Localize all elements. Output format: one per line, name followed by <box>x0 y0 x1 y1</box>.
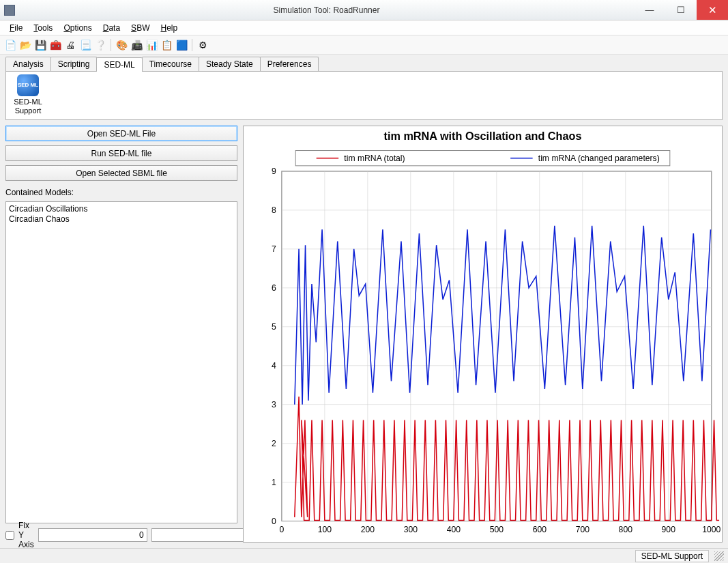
tab-steady-state[interactable]: Steady State <box>199 57 261 71</box>
list-item[interactable]: Circadian Chaos <box>9 214 234 225</box>
menu-file[interactable]: File <box>4 22 28 34</box>
y-tick-label: 6 <box>272 283 276 293</box>
open-sbml-button[interactable]: Open Selected SBML file <box>5 165 237 181</box>
menu-sbw[interactable]: SBW <box>126 22 155 34</box>
models-listbox[interactable]: Circadian OscillationsCircadian Chaos <box>5 201 237 523</box>
x-tick-label: 200 <box>361 525 375 534</box>
y-tick-label: 1 <box>272 478 276 487</box>
doc-icon[interactable]: 📋 <box>160 39 173 51</box>
palette-icon[interactable]: 🎨 <box>115 39 128 51</box>
y-tick-label: 2 <box>272 439 276 448</box>
x-tick-label: 1000 <box>702 525 720 534</box>
run-sedml-button[interactable]: Run SED-ML file <box>5 145 237 161</box>
menu-tools[interactable]: Tools <box>28 22 58 34</box>
open-icon[interactable]: 📂 <box>19 39 31 51</box>
x-tick-label: 600 <box>533 525 547 534</box>
x-tick-label: 800 <box>619 525 633 534</box>
y-tick-label: 7 <box>272 244 276 254</box>
tab-preferences[interactable]: Preferences <box>260 57 319 71</box>
menu-data[interactable]: Data <box>98 22 126 34</box>
ribbon-sedml-support[interactable]: SED ML SED-ML Support <box>9 74 47 115</box>
y-tick-label: 8 <box>272 205 276 215</box>
y-tick-label: 9 <box>272 167 276 176</box>
y-tick-label: 0 <box>272 517 276 526</box>
fix-y-axis-checkbox[interactable] <box>5 531 14 540</box>
minimize-button[interactable]: — <box>634 0 665 20</box>
y-tick-label: 5 <box>272 322 276 332</box>
maximize-button[interactable]: ☐ <box>665 0 697 20</box>
x-tick-label: 300 <box>404 525 418 534</box>
ribbon-label: SED-ML Support <box>9 98 47 115</box>
toolbar-separator <box>192 39 192 51</box>
chart-panel: tim mRNA with Oscillation and Chaostim m… <box>243 126 723 543</box>
chart: tim mRNA with Oscillation and Chaostim m… <box>244 126 722 542</box>
list-item[interactable]: Circadian Oscillations <box>9 204 234 214</box>
chart-title: tim mRNA with Oscillation and Chaos <box>384 130 582 142</box>
toolbar-separator <box>111 39 111 51</box>
menu-options[interactable]: Options <box>58 22 97 34</box>
window-title: Simulation Tool: RoadRunner <box>19 5 634 15</box>
resize-grip-icon[interactable] <box>714 551 724 561</box>
series-line <box>295 396 719 520</box>
tab-analysis[interactable]: Analysis <box>5 57 51 71</box>
x-tick-label: 900 <box>662 525 676 534</box>
sedml-icon: SED ML <box>17 74 39 96</box>
print-icon[interactable]: 🖨 <box>64 39 76 51</box>
tab-scripting[interactable]: Scripting <box>50 57 98 71</box>
statusbar-text: SED-ML Support <box>635 550 709 562</box>
x-tick-label: 0 <box>279 525 284 534</box>
x-tick-label: 500 <box>490 525 504 534</box>
legend-label: tim mRNA (changed parameters) <box>538 154 660 163</box>
fix-y-axis-label: Fix Y Axis <box>18 521 34 549</box>
page-icon[interactable]: 📃 <box>79 39 91 51</box>
settings-icon[interactable]: 🧰 <box>49 39 61 51</box>
printer-icon[interactable]: 📠 <box>130 39 143 51</box>
close-button[interactable]: ✕ <box>697 0 728 20</box>
help-icon[interactable]: ❔ <box>94 39 106 51</box>
legend-label: tim mRNA (total) <box>344 154 405 163</box>
x-tick-label: 700 <box>576 525 590 534</box>
models-label: Contained Models: <box>5 185 237 197</box>
open-sedml-button[interactable]: Open SED-ML File <box>5 126 237 141</box>
gear-icon[interactable]: ⚙ <box>196 39 209 51</box>
y-tick-label: 4 <box>272 361 276 371</box>
x-tick-label: 100 <box>318 525 332 534</box>
ymin-input[interactable] <box>38 528 147 542</box>
app-icon <box>4 5 15 16</box>
chart-icon[interactable]: 📊 <box>145 39 158 51</box>
cube-icon[interactable]: 🟦 <box>175 39 188 51</box>
series-line <box>295 226 711 405</box>
new-icon[interactable]: 📄 <box>4 39 16 51</box>
y-tick-label: 3 <box>272 400 276 409</box>
x-tick-label: 400 <box>447 525 461 534</box>
tab-timecourse[interactable]: Timecourse <box>142 57 199 71</box>
tab-sed-ml[interactable]: SED-ML <box>96 57 142 72</box>
menu-help[interactable]: Help <box>155 22 183 34</box>
save-icon[interactable]: 💾 <box>34 39 46 51</box>
